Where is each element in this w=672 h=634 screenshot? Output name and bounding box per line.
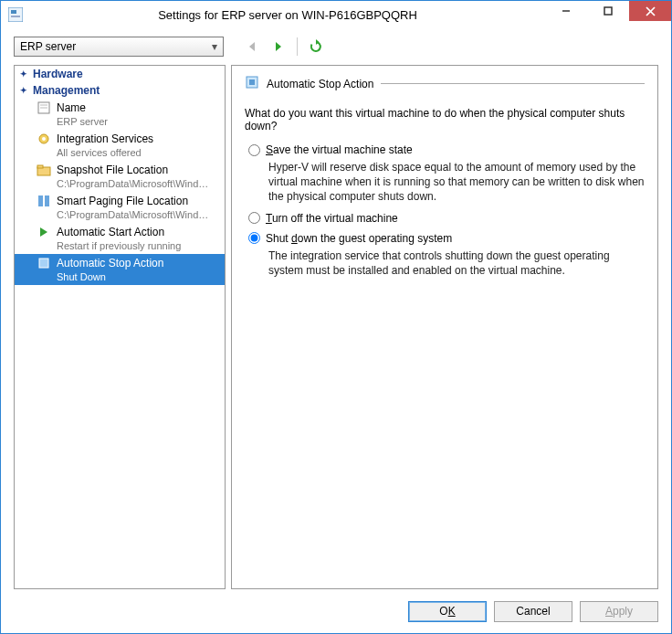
apply-button[interactable]: Apply <box>580 601 658 622</box>
tree-item-label: Automatic Stop Action <box>57 257 163 269</box>
tree-item-label: Name <box>57 101 86 114</box>
start-icon <box>37 225 51 239</box>
ok-button[interactable]: OK <box>408 601 487 622</box>
tree-item-sub: ERP server <box>37 115 210 128</box>
option-turn-off: Turn off the virtual machine <box>248 212 645 225</box>
svg-marker-8 <box>276 42 281 51</box>
option-shut-down: Shut down the guest operating system The… <box>248 232 645 278</box>
svg-rect-4 <box>604 7 612 15</box>
category-label: Hardware <box>33 68 83 80</box>
option-label[interactable]: Turn off the virtual machine <box>266 212 398 225</box>
toolbar-icons <box>244 37 325 56</box>
category-label: Management <box>33 84 100 97</box>
minimize-button[interactable] <box>545 1 587 21</box>
option-description: The integration service that controls sh… <box>268 248 645 278</box>
svg-marker-7 <box>249 42 255 51</box>
settings-tree: ✦ Hardware ✦ Management Name ERP server <box>14 65 226 589</box>
svg-line-5 <box>646 7 655 16</box>
maximize-button[interactable] <box>587 1 629 21</box>
svg-line-6 <box>646 7 655 16</box>
vm-selector-value: ERP server <box>20 40 76 53</box>
svg-point-14 <box>42 137 46 141</box>
svg-marker-19 <box>40 227 47 237</box>
tree-item-sub: Restart if previously running <box>37 239 210 252</box>
category-hardware[interactable]: ✦ Hardware <box>15 66 225 82</box>
radio-save-state[interactable] <box>248 144 260 156</box>
folder-icon <box>37 163 51 177</box>
section-rule <box>381 83 645 84</box>
tree-item-label: Automatic Start Action <box>57 226 164 238</box>
svg-rect-2 <box>11 16 20 17</box>
tree-item-label: Snapshot File Location <box>57 164 168 176</box>
radio-turn-off[interactable] <box>248 212 260 224</box>
tree-item-sub: C:\ProgramData\Microsoft\Windo... <box>37 208 210 221</box>
nav-back-button[interactable] <box>244 37 262 56</box>
cancel-button[interactable]: Cancel <box>494 601 572 622</box>
expand-icon: ✦ <box>20 86 27 95</box>
tree-item-integration-services[interactable]: Integration Services All services offere… <box>15 130 225 161</box>
tree-item-smart-paging[interactable]: Smart Paging File Location C:\ProgramDat… <box>15 192 225 223</box>
close-button[interactable] <box>629 1 671 21</box>
option-description: Hyper-V will reserve disk space equal to… <box>268 160 645 205</box>
window-title: Settings for ERP server on WIN-P616GBPQQ… <box>30 8 545 22</box>
paging-icon <box>37 194 51 208</box>
svg-rect-0 <box>8 7 23 22</box>
tree-item-auto-stop[interactable]: Automatic Stop Action Shut Down <box>15 254 225 285</box>
nav-forward-button[interactable] <box>269 37 288 56</box>
app-icon <box>6 5 25 24</box>
refresh-button[interactable] <box>307 37 325 56</box>
tree-item-sub: All services offered <box>37 146 210 159</box>
option-label[interactable]: Shut down the guest operating system <box>266 232 452 245</box>
toolbar: ERP server ▾ <box>1 28 671 59</box>
svg-rect-16 <box>37 165 43 168</box>
option-save-state: Save the virtual machine state Hyper-V w… <box>248 143 645 205</box>
stop-icon <box>37 256 51 270</box>
tree-item-name[interactable]: Name ERP server <box>15 99 225 130</box>
tree-item-sub: Shut Down <box>37 270 210 283</box>
svg-rect-17 <box>38 195 43 206</box>
titlebar: Settings for ERP server on WIN-P616GBPQQ… <box>1 1 671 28</box>
body: ✦ Hardware ✦ Management Name ERP server <box>1 59 671 589</box>
question-text: What do you want this virtual machine to… <box>245 107 645 132</box>
svg-rect-18 <box>45 195 49 206</box>
svg-rect-22 <box>249 79 255 85</box>
vm-selector-combo[interactable]: ERP server ▾ <box>14 37 224 57</box>
tree-item-label: Integration Services <box>57 132 153 145</box>
section-header: Automatic Stop Action <box>245 75 645 92</box>
tree-item-label: Smart Paging File Location <box>57 195 188 207</box>
radio-shut-down[interactable] <box>248 232 260 244</box>
services-icon <box>37 132 51 146</box>
content-panel: Automatic Stop Action What do you want t… <box>231 65 658 589</box>
chevron-down-icon: ▾ <box>212 40 217 53</box>
management-items: Name ERP server Integration Services All… <box>15 99 225 588</box>
svg-rect-1 <box>11 10 16 14</box>
tree-item-auto-start[interactable]: Automatic Start Action Restart if previo… <box>15 223 225 254</box>
option-label[interactable]: Save the virtual machine state <box>266 143 413 156</box>
category-management[interactable]: ✦ Management <box>15 82 225 99</box>
section-title: Automatic Stop Action <box>267 78 373 90</box>
settings-window: Settings for ERP server on WIN-P616GBPQQ… <box>0 0 672 634</box>
stop-icon <box>245 75 259 92</box>
window-buttons <box>545 1 671 28</box>
tree-item-sub: C:\ProgramData\Microsoft\Windo... <box>37 177 210 190</box>
name-icon <box>37 100 51 115</box>
tree-item-snapshot-location[interactable]: Snapshot File Location C:\ProgramData\Mi… <box>15 161 225 192</box>
dialog-footer: OK Cancel Apply <box>1 589 671 633</box>
toolbar-separator <box>297 37 298 56</box>
expand-icon: ✦ <box>20 69 27 79</box>
svg-rect-20 <box>39 259 48 268</box>
